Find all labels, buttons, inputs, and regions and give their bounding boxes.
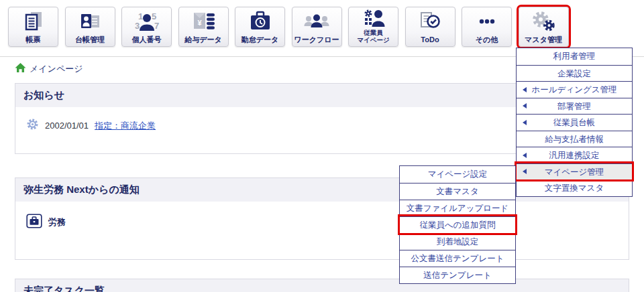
ledger-icon <box>66 7 115 35</box>
master-gears-icon <box>519 7 568 35</box>
svg-text:7: 7 <box>154 21 159 31</box>
attendance-data-icon <box>235 7 284 35</box>
notice-panel-title: お知らせ <box>23 89 64 100</box>
breadcrumb-label: メインページ <box>30 63 83 75</box>
toolbar-button-todo[interactable]: ToDo <box>405 7 455 47</box>
menu-item-label: 文書ファイルアップロード <box>407 204 509 213</box>
documents-icon <box>9 7 58 35</box>
toolbar-button-label: その他 <box>476 35 498 44</box>
toolbar-button-payroll[interactable]: ¥ 給与データ <box>178 7 229 47</box>
submenu-item-mypage-settings[interactable]: マイページ設定 <box>400 166 515 183</box>
todo-icon <box>406 7 455 35</box>
submenu-item-document-master[interactable]: 文書マスタ <box>400 183 515 200</box>
toolbar-button-label: 個人番号 <box>132 35 162 44</box>
submenu-item-additional-questions-for-employees[interactable]: 従業員への追加質問 <box>400 216 515 233</box>
menu-item-user-management[interactable]: 利用者管理 <box>517 48 632 65</box>
submenu-arrow-icon <box>523 153 527 158</box>
toolbar: 帳票 台帳管理 1 5 3 7 <box>8 7 569 47</box>
master-management-menu: 利用者管理 企業設定 ホールディングス管理 部署管理 従業員台帳 給与支払者情報… <box>516 48 633 197</box>
breadcrumb[interactable]: メインページ <box>15 62 83 76</box>
workflow-icon <box>292 7 341 35</box>
home-icon <box>15 62 26 76</box>
menu-item-label: 従業員台帳 <box>553 118 596 127</box>
more-icon <box>462 7 511 35</box>
menu-item-label: 文字置換マスタ <box>545 184 604 193</box>
tasks-panel: 未完了タスク一覧 <box>15 279 629 292</box>
mypage-management-submenu: マイページ設定 文書マスタ 文書ファイルアップロード 従業員への追加質問 到着地… <box>399 165 516 284</box>
toolbar-button-employee-mypage[interactable]: 従業員 マイページ <box>348 7 398 47</box>
toolbar-button-forms[interactable]: 帳票 <box>8 7 58 47</box>
menu-item-label: マイページ設定 <box>428 169 488 179</box>
menu-item-label: 送信テンプレート <box>423 271 491 280</box>
toolbar-button-master-management[interactable]: マスタ管理 <box>519 7 569 47</box>
gear-badge-icon <box>26 118 39 133</box>
my-number-icon: 1 5 3 7 <box>122 7 171 35</box>
menu-item-label: 企業設定 <box>557 69 591 78</box>
employee-mypage-icon <box>349 7 398 29</box>
menu-item-label: 汎用連携設定 <box>549 151 600 160</box>
tasks-panel-header: 未完了タスク一覧 <box>15 279 629 292</box>
svg-text:1: 1 <box>138 11 143 21</box>
toolbar-button-label: 給与データ <box>184 35 222 44</box>
submenu-arrow-icon <box>523 103 527 108</box>
menu-item-label: マイページ管理 <box>545 167 604 177</box>
menu-item-employee-ledger[interactable]: 従業員台帳 <box>517 114 632 131</box>
menu-item-mypage-management[interactable]: マイページ管理 <box>517 163 632 180</box>
menu-item-generic-link-settings[interactable]: 汎用連携設定 <box>517 147 632 163</box>
submenu-item-official-document-send-template[interactable]: 公文書送信テンプレート <box>400 250 515 267</box>
menu-item-label: 文書マスタ <box>436 187 478 196</box>
menu-item-label: ホールディングス管理 <box>531 85 616 94</box>
svg-text:¥: ¥ <box>197 19 202 27</box>
submenu-arrow-icon <box>523 120 527 125</box>
main-page: 帳票 台帳管理 1 5 3 7 <box>0 0 644 292</box>
submenu-item-document-file-upload[interactable]: 文書ファイルアップロード <box>400 200 515 216</box>
menu-item-label: 公文書送信テンプレート <box>411 254 504 263</box>
submenu-arrow-icon <box>523 87 527 92</box>
toolbar-button-label: 勤怠データ <box>241 35 279 44</box>
menu-item-label: 従業員への追加質問 <box>419 220 495 230</box>
toolbar-button-label: マスタ管理 <box>525 35 562 44</box>
briefcase-icon <box>26 214 42 231</box>
toolbar-button-label: 帳票 <box>26 35 41 44</box>
notice-company-link[interactable]: 指定：商流企業 <box>95 120 156 132</box>
toolbar-button-label: ToDo <box>421 35 439 44</box>
svg-text:3: 3 <box>135 21 140 31</box>
toolbar-button-label: 従業員 マイページ <box>357 29 389 44</box>
menu-item-department-management[interactable]: 部署管理 <box>517 98 632 115</box>
payroll-data-icon: ¥ <box>179 7 228 35</box>
submenu-arrow-icon <box>523 169 527 174</box>
menu-item-holdings-management[interactable]: ホールディングス管理 <box>517 81 632 98</box>
toolbar-button-attendance[interactable]: 勤怠データ <box>235 7 285 47</box>
submenu-item-arrival-location-settings[interactable]: 到着地設定 <box>400 233 515 250</box>
toolbar-button-label: ワークフロー <box>294 35 339 44</box>
menu-item-label: 部署管理 <box>557 102 591 111</box>
menu-item-label: 利用者管理 <box>553 52 596 61</box>
toolbar-button-mynumber[interactable]: 1 5 3 7 個人番号 <box>121 7 172 47</box>
menu-item-company-settings[interactable]: 企業設定 <box>517 65 632 82</box>
notification-category-label: 労務 <box>48 216 66 228</box>
tasks-panel-title: 未完了タスク一覧 <box>23 285 105 292</box>
menu-item-character-replacement-master[interactable]: 文字置換マスタ <box>517 179 632 196</box>
toolbar-button-label: 台帳管理 <box>75 35 105 44</box>
menu-item-label: 給与支払者情報 <box>545 135 604 144</box>
menu-item-salary-payer-info[interactable]: 給与支払者情報 <box>517 131 632 147</box>
svg-text:5: 5 <box>152 11 156 21</box>
toolbar-button-more[interactable]: その他 <box>462 7 512 47</box>
notice-date: 2002/01/01 <box>45 121 89 131</box>
notification-item: 労務 <box>26 214 619 231</box>
submenu-item-send-template[interactable]: 送信テンプレート <box>400 267 515 283</box>
menu-item-label: 到着地設定 <box>437 237 479 246</box>
notifications-panel-title: 弥生労務 Nextからの通知 <box>23 184 140 195</box>
toolbar-button-workflow[interactable]: ワークフロー <box>292 7 342 47</box>
toolbar-button-ledger[interactable]: 台帳管理 <box>65 7 115 47</box>
